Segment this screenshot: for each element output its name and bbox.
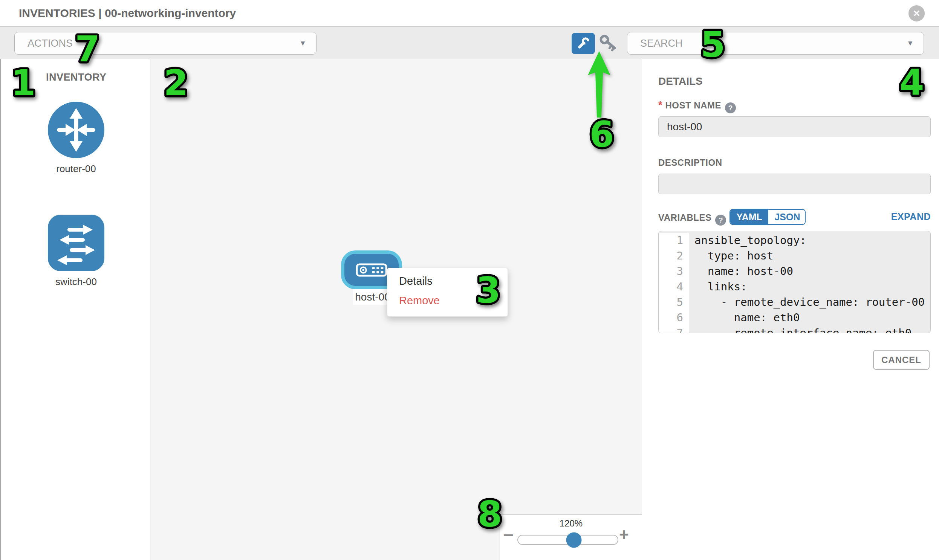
context-menu-item-details[interactable]: Details	[399, 275, 433, 287]
line-number: 1	[658, 233, 689, 248]
annotation-6: 6	[579, 111, 624, 156]
app-header: INVENTORIES | 00-networking-inventory ✕	[0, 0, 939, 27]
svg-text:5: 5	[700, 24, 725, 65]
line-number: 5	[658, 294, 689, 310]
help-icon[interactable]: ?	[725, 102, 736, 113]
annotation-3: 3	[466, 267, 511, 312]
page-title: INVENTORIES | 00-networking-inventory	[19, 0, 236, 26]
annotation-7: 7	[65, 26, 110, 71]
actions-dropdown[interactable]: ACTIONS ▼	[14, 32, 316, 55]
inventory-item-router[interactable]: router-00	[33, 102, 119, 175]
code-line: 6 name: eth0	[658, 310, 930, 325]
annotation-4: 4	[889, 59, 934, 104]
zoom-in-button[interactable]: +	[619, 525, 629, 544]
variables-code-editor[interactable]: 1ansible_topology: 2 type: host 3 name: …	[658, 231, 931, 333]
host-name-input[interactable]	[658, 116, 931, 137]
wrench-icon	[577, 37, 590, 50]
line-number: 7	[658, 325, 689, 333]
description-label-row: DESCRIPTION	[658, 157, 722, 169]
line-text: - remote_device_name: router-00	[689, 294, 925, 310]
help-icon[interactable]: ?	[715, 215, 726, 226]
line-number: 6	[658, 310, 689, 325]
zoom-slider[interactable]	[517, 535, 618, 545]
line-text: name: host-00	[689, 264, 793, 279]
toolbar: ACTIONS ▼ SEARCH ▼	[0, 27, 939, 59]
svg-text:6: 6	[589, 114, 614, 155]
inventory-sidebar: INVENTORY router-00 switch-00	[0, 59, 150, 560]
svg-text:2: 2	[163, 63, 188, 103]
caret-down-icon: ▼	[907, 32, 914, 54]
annotation-arrow-up	[587, 51, 611, 118]
sidebar-title: INVENTORY	[46, 72, 106, 83]
line-text: links:	[689, 279, 747, 294]
expand-link[interactable]: EXPAND	[891, 211, 931, 222]
host-name-label: HOST NAME	[665, 100, 722, 110]
search-dropdown-label: SEARCH	[640, 32, 683, 54]
svg-text:7: 7	[75, 29, 99, 70]
code-line: 1ansible_topology:	[658, 233, 930, 248]
host-name-label-row: *HOST NAME?	[658, 99, 736, 111]
description-input[interactable]	[658, 174, 931, 194]
required-asterisk: *	[658, 99, 662, 111]
annotation-1: 1	[1, 60, 46, 105]
host-node-label: host-00	[353, 289, 392, 305]
host-icon	[356, 263, 387, 277]
variables-label-row: VARIABLES?	[658, 212, 726, 225]
inventory-item-label: switch-00	[33, 276, 119, 288]
description-label: DESCRIPTION	[658, 157, 722, 168]
topology-canvas[interactable]: host-00 Details Remove 120% − +	[150, 59, 642, 560]
code-line: 7 remote_interface_name: eth0	[658, 325, 930, 333]
caret-down-icon: ▼	[299, 32, 306, 54]
close-button[interactable]: ✕	[908, 5, 925, 22]
annotation-2: 2	[153, 60, 199, 105]
cancel-button[interactable]: CANCEL	[873, 350, 930, 370]
toggle-yaml[interactable]: YAML	[730, 210, 768, 224]
inventory-item-label: router-00	[33, 163, 119, 175]
zoom-control: 120% − +	[500, 514, 642, 560]
switch-icon	[48, 215, 104, 271]
close-icon: ✕	[913, 8, 920, 18]
svg-text:3: 3	[476, 270, 500, 311]
line-number: 2	[658, 248, 689, 264]
details-panel: DETAILS *HOST NAME? DESCRIPTION VARIABLE…	[643, 59, 939, 560]
code-line: 2 type: host	[658, 248, 930, 264]
line-text: type: host	[689, 248, 774, 264]
svg-text:8: 8	[477, 494, 502, 535]
code-line: 3 name: host-00	[658, 264, 930, 279]
annotation-5: 5	[690, 21, 735, 66]
line-text: remote_interface_name: eth0	[689, 325, 911, 333]
svg-text:1: 1	[11, 63, 35, 103]
code-line: 4 links:	[658, 279, 930, 294]
zoom-slider-handle[interactable]	[566, 532, 581, 548]
annotation-8: 8	[467, 491, 512, 536]
variables-label: VARIABLES	[658, 212, 711, 223]
line-text: ansible_topology:	[689, 233, 806, 248]
context-menu-item-remove[interactable]: Remove	[399, 294, 440, 307]
inventory-item-switch[interactable]: switch-00	[33, 215, 119, 288]
search-dropdown[interactable]: SEARCH ▼	[627, 32, 924, 55]
line-text: name: eth0	[689, 310, 800, 325]
line-number: 3	[658, 264, 689, 279]
router-icon	[48, 102, 104, 158]
svg-text:4: 4	[899, 62, 924, 103]
toggle-json[interactable]: JSON	[768, 210, 806, 224]
line-number: 4	[658, 279, 689, 294]
variables-format-toggle: YAML JSON	[729, 209, 806, 225]
code-line: 5 - remote_device_name: router-00	[658, 294, 930, 310]
details-panel-title: DETAILS	[658, 75, 703, 88]
